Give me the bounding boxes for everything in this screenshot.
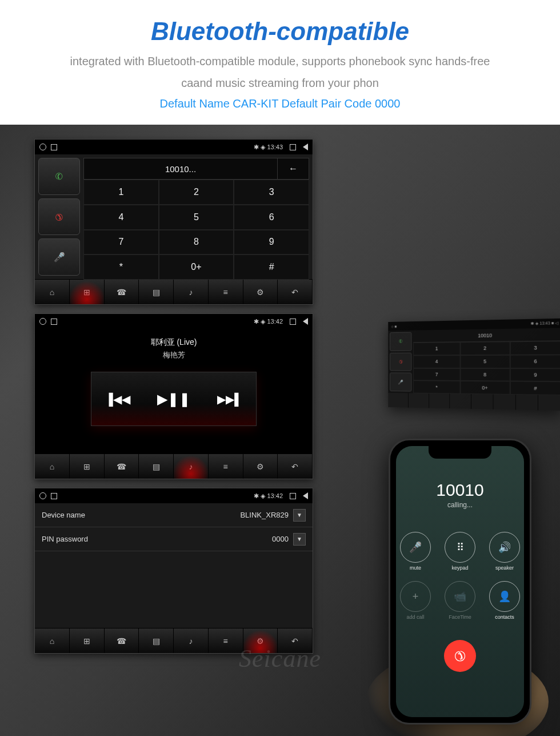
back-icon[interactable] bbox=[303, 318, 308, 325]
key-0[interactable]: 0+ bbox=[159, 254, 234, 280]
recent-icon[interactable] bbox=[290, 144, 296, 150]
hangup-button[interactable]: ✆ bbox=[38, 198, 80, 236]
call-button[interactable]: ✆ bbox=[38, 158, 80, 195]
status-time: 13:43 bbox=[267, 144, 283, 150]
mini-headunit: ○ ■ ✱ ◈ 13:43 ■ ◁ ✆ ✆ 🎤 10010 1 2 3 4 5 … bbox=[388, 319, 560, 411]
tab-settings[interactable]: ⚙ bbox=[243, 280, 278, 304]
key-hash[interactable]: # bbox=[234, 254, 309, 280]
bluetooth-icon: ✱ ◈ bbox=[254, 144, 265, 150]
back-icon[interactable] bbox=[303, 144, 308, 150]
tab-settings[interactable]: ⚙ bbox=[243, 454, 278, 479]
mini-key[interactable]: 3 bbox=[510, 341, 560, 355]
keypad-action[interactable]: ⠿ keypad bbox=[443, 532, 477, 571]
speaker-action[interactable]: 🔊 speaker bbox=[487, 532, 522, 571]
device-name-row[interactable]: Device name BLINK_XR829 ▼ bbox=[35, 503, 313, 527]
phone-mockup: 10010 calling... 🎤 mute ⠿ keypad 🔊 speak… bbox=[389, 439, 531, 725]
tab-music[interactable]: ♪ bbox=[174, 628, 209, 653]
tab-music[interactable]: ♪ bbox=[174, 280, 209, 304]
mini-key[interactable]: 6 bbox=[510, 355, 560, 368]
tab-back[interactable]: ↶ bbox=[278, 628, 313, 653]
tab-settings[interactable]: ⚙ bbox=[243, 628, 278, 653]
status-bar: ✱ ◈ 13:43 bbox=[35, 140, 313, 154]
pin-value: 0000 bbox=[272, 535, 289, 543]
mini-key[interactable]: 0+ bbox=[461, 381, 510, 395]
call-actions-grid: 🎤 mute ⠿ keypad 🔊 speaker + add call 📹 F… bbox=[398, 532, 522, 620]
key-5[interactable]: 5 bbox=[159, 205, 234, 230]
key-7[interactable]: 7 bbox=[83, 230, 159, 255]
key-6[interactable]: 6 bbox=[234, 205, 309, 230]
mini-time: 13:43 bbox=[539, 321, 550, 325]
recent-icon[interactable] bbox=[290, 493, 296, 499]
play-pause-button[interactable]: ▶❚❚ bbox=[157, 391, 190, 407]
mini-key[interactable]: 1 bbox=[413, 342, 461, 355]
mini-key[interactable]: * bbox=[413, 380, 461, 393]
mini-hangup[interactable]: ✆ bbox=[390, 352, 411, 371]
contacts-action[interactable]: 👤 contacts bbox=[487, 581, 522, 620]
chevron-down-icon[interactable]: ▼ bbox=[293, 509, 306, 522]
tab-dialpad[interactable]: ⊞ bbox=[70, 280, 105, 304]
bluetooth-icon: ✱ ◈ bbox=[254, 492, 265, 499]
key-3[interactable]: 3 bbox=[234, 180, 309, 205]
key-9[interactable]: 9 bbox=[234, 230, 309, 255]
tab-contacts[interactable]: ☎ bbox=[105, 454, 139, 479]
bottom-tabs: ⌂ ⊞ ☎ ▤ ♪ ≡ ⚙ ↶ bbox=[35, 628, 313, 653]
addcall-icon: + bbox=[400, 581, 431, 612]
mini-key[interactable]: # bbox=[510, 381, 560, 395]
key-star[interactable]: * bbox=[83, 254, 159, 280]
mini-time-prefix: ✱ ◈ bbox=[531, 321, 539, 325]
mini-key[interactable]: 4 bbox=[413, 355, 461, 368]
tab-contacts[interactable]: ☎ bbox=[105, 628, 139, 653]
backspace-button[interactable]: ← bbox=[277, 158, 309, 179]
facetime-action[interactable]: 📹 FaceTime bbox=[443, 581, 477, 620]
back-icon[interactable] bbox=[303, 492, 308, 499]
mini-key[interactable]: 2 bbox=[461, 341, 510, 355]
tab-home[interactable]: ⌂ bbox=[35, 628, 70, 653]
mini-mic[interactable]: 🎤 bbox=[390, 373, 411, 392]
mute-icon: 🎤 bbox=[400, 532, 431, 563]
music-controls: ▐◀◀ ▶❚❚ ▶▶▌ bbox=[91, 372, 257, 426]
tab-dialpad[interactable]: ⊞ bbox=[70, 628, 105, 653]
header-section: Bluetooth-compatible integrated with Blu… bbox=[0, 0, 560, 125]
calling-number: 10010 bbox=[436, 480, 483, 500]
circle-icon bbox=[39, 492, 46, 499]
dialer-screen: ✱ ◈ 13:43 ✆ ✆ 🎤 10010... ← 1 2 bbox=[34, 139, 313, 305]
facetime-icon: 📹 bbox=[445, 581, 475, 612]
tab-back[interactable]: ↶ bbox=[278, 280, 313, 304]
key-8[interactable]: 8 bbox=[159, 230, 234, 255]
tab-music[interactable]: ♪ bbox=[174, 454, 209, 479]
key-2[interactable]: 2 bbox=[159, 180, 234, 205]
tab-dialpad[interactable]: ⊞ bbox=[70, 454, 105, 479]
recent-icon[interactable] bbox=[290, 319, 296, 325]
next-button[interactable]: ▶▶▌ bbox=[217, 392, 242, 406]
tab-home[interactable]: ⌂ bbox=[35, 280, 70, 304]
tab-phonebook[interactable]: ▤ bbox=[139, 628, 174, 653]
tab-history[interactable]: ≡ bbox=[209, 454, 243, 479]
tab-history[interactable]: ≡ bbox=[209, 628, 243, 653]
mini-key[interactable]: 8 bbox=[461, 368, 510, 381]
mute-action[interactable]: 🎤 mute bbox=[398, 532, 433, 571]
end-call-button[interactable]: ✆ bbox=[444, 640, 476, 672]
tab-history[interactable]: ≡ bbox=[209, 280, 243, 304]
mini-number: 10010 bbox=[413, 328, 560, 343]
keypad: 1 2 3 4 5 6 7 8 9 * 0+ # bbox=[83, 180, 309, 280]
tab-phonebook[interactable]: ▤ bbox=[139, 280, 174, 304]
mini-call[interactable]: ✆ bbox=[390, 332, 411, 351]
device-name-value: BLINK_XR829 bbox=[240, 511, 289, 519]
addcall-action[interactable]: + add call bbox=[398, 581, 433, 620]
pin-row[interactable]: PIN password 0000 ▼ bbox=[35, 527, 313, 551]
mic-button[interactable]: 🎤 bbox=[38, 238, 80, 276]
chevron-down-icon[interactable]: ▼ bbox=[293, 533, 306, 546]
subtitle-line1: integrated with Bluetooth-compatible mod… bbox=[11, 53, 549, 70]
tab-home[interactable]: ⌂ bbox=[35, 454, 70, 479]
track-title: 耶利亚 (Live) bbox=[151, 337, 197, 348]
tab-contacts[interactable]: ☎ bbox=[105, 280, 139, 304]
key-1[interactable]: 1 bbox=[83, 180, 159, 205]
device-name-label: Device name bbox=[42, 511, 240, 519]
mini-key[interactable]: 9 bbox=[510, 368, 560, 382]
prev-button[interactable]: ▐◀◀ bbox=[105, 392, 130, 406]
mini-key[interactable]: 7 bbox=[413, 368, 461, 381]
tab-back[interactable]: ↶ bbox=[278, 454, 313, 479]
tab-phonebook[interactable]: ▤ bbox=[139, 454, 174, 479]
mini-key[interactable]: 5 bbox=[461, 355, 510, 368]
key-4[interactable]: 4 bbox=[83, 205, 159, 230]
